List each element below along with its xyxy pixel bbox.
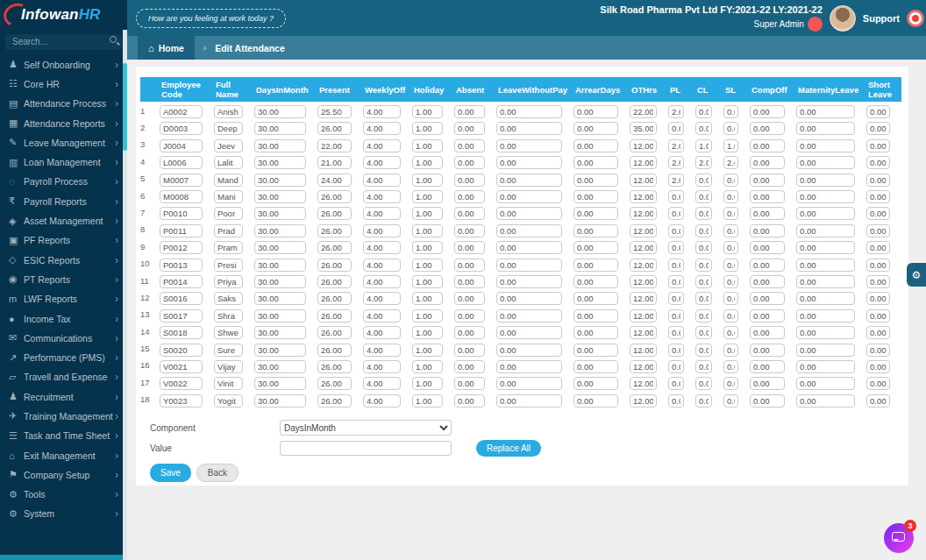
cell-input-comp-off[interactable]: [750, 190, 785, 203]
cell-input-arrear-days[interactable]: [573, 174, 618, 187]
cell-input-weekly-off[interactable]: [363, 326, 401, 339]
cell-input-present[interactable]: [317, 275, 352, 288]
cell-input-arrear-days[interactable]: [573, 292, 618, 305]
cell-input-weekly-off[interactable]: [363, 259, 401, 272]
cell-input-ot-hrs[interactable]: [630, 241, 657, 254]
cell-input-pl[interactable]: [668, 156, 684, 169]
cell-input-holiday[interactable]: [412, 174, 443, 187]
cell-input-arrear-days[interactable]: [573, 241, 618, 254]
cell-input-employee-code[interactable]: [160, 309, 203, 323]
cell-input-full-name[interactable]: [214, 139, 243, 152]
cell-input-days-in-month[interactable]: [254, 122, 306, 135]
cell-input-holiday[interactable]: [412, 122, 443, 135]
cell-input-holiday[interactable]: [412, 259, 443, 272]
sidebar-item-pf-reports[interactable]: ▣PF Reports›: [0, 230, 127, 250]
notification-badge[interactable]: [808, 17, 823, 32]
cell-input-sl[interactable]: [723, 275, 738, 288]
cell-input-holiday[interactable]: [412, 309, 443, 323]
sidebar-item-attendance-process[interactable]: ▤Attendance Process›: [0, 94, 127, 113]
cell-input-short-leave[interactable]: [866, 207, 890, 220]
cell-input-cl[interactable]: [695, 105, 712, 118]
cell-input-leave-without-pay[interactable]: [496, 241, 562, 254]
cell-input-short-leave[interactable]: [866, 241, 890, 254]
cell-input-leave-without-pay[interactable]: [496, 259, 562, 272]
cell-input-weekly-off[interactable]: [363, 309, 401, 323]
cell-input-arrear-days[interactable]: [573, 224, 618, 237]
cell-input-ot-hrs[interactable]: [630, 190, 657, 203]
cell-input-holiday[interactable]: [412, 275, 443, 288]
sidebar-item-communications[interactable]: ✉Communications›: [0, 329, 127, 348]
cell-input-weekly-off[interactable]: [363, 174, 401, 187]
cell-input-pl[interactable]: [668, 105, 684, 118]
cell-input-leave-without-pay[interactable]: [496, 156, 562, 169]
cell-input-present[interactable]: [317, 156, 352, 169]
app-logo[interactable]: InfowanHR: [0, 0, 127, 30]
sidebar-item-attendance-reports[interactable]: ▦Attendance Reports›: [0, 113, 127, 132]
cell-input-employee-code[interactable]: [160, 105, 203, 118]
cell-input-short-leave[interactable]: [866, 292, 890, 305]
cell-input-cl[interactable]: [695, 122, 712, 135]
cell-input-absent[interactable]: [454, 394, 485, 408]
cell-input-arrear-days[interactable]: [573, 394, 618, 408]
cell-input-maternity-leave[interactable]: [796, 190, 855, 203]
cell-input-sl[interactable]: [723, 309, 738, 323]
cell-input-arrear-days[interactable]: [573, 309, 618, 323]
cell-input-leave-without-pay[interactable]: [496, 190, 562, 203]
cell-input-leave-without-pay[interactable]: [496, 275, 562, 288]
cell-input-ot-hrs[interactable]: [630, 360, 657, 373]
cell-input-employee-code[interactable]: [160, 360, 203, 373]
cell-input-maternity-leave[interactable]: [796, 207, 855, 220]
support-icon[interactable]: [907, 10, 924, 27]
cell-input-present[interactable]: [317, 241, 352, 254]
cell-input-present[interactable]: [317, 309, 352, 323]
cell-input-present[interactable]: [317, 344, 352, 357]
sidebar-item-self-onboarding[interactable]: ♟Self Onboarding›: [0, 55, 127, 74]
cell-input-days-in-month[interactable]: [254, 241, 306, 254]
cell-input-maternity-leave[interactable]: [796, 309, 855, 323]
cell-input-holiday[interactable]: [412, 190, 443, 203]
cell-input-maternity-leave[interactable]: [796, 377, 855, 390]
cell-input-sl[interactable]: [723, 394, 738, 408]
sidebar-item-task-and-time-sheet[interactable]: ☰Task and Time Sheet›: [0, 426, 127, 445]
back-button[interactable]: Back: [196, 464, 239, 482]
cell-input-holiday[interactable]: [412, 292, 443, 305]
cell-input-holiday[interactable]: [412, 139, 443, 152]
cell-input-weekly-off[interactable]: [363, 344, 401, 357]
cell-input-absent[interactable]: [454, 122, 485, 135]
cell-input-absent[interactable]: [454, 326, 485, 339]
cell-input-arrear-days[interactable]: [573, 139, 618, 152]
cell-input-comp-off[interactable]: [750, 224, 785, 237]
cell-input-maternity-leave[interactable]: [796, 394, 855, 408]
cell-input-sl[interactable]: [723, 292, 738, 305]
cell-input-holiday[interactable]: [412, 224, 443, 237]
cell-input-cl[interactable]: [695, 275, 712, 288]
cell-input-present[interactable]: [317, 139, 352, 152]
cell-input-ot-hrs[interactable]: [630, 259, 657, 272]
cell-input-ot-hrs[interactable]: [630, 139, 657, 152]
cell-input-full-name[interactable]: [214, 156, 243, 169]
cell-input-absent[interactable]: [454, 156, 485, 169]
cell-input-cl[interactable]: [695, 259, 712, 272]
cell-input-comp-off[interactable]: [750, 156, 785, 169]
cell-input-cl[interactable]: [695, 207, 712, 220]
cell-input-weekly-off[interactable]: [363, 360, 401, 373]
cell-input-full-name[interactable]: [214, 360, 243, 373]
cell-input-days-in-month[interactable]: [254, 309, 306, 323]
cell-input-comp-off[interactable]: [750, 105, 785, 118]
cell-input-cl[interactable]: [695, 326, 712, 339]
cell-input-days-in-month[interactable]: [254, 292, 306, 305]
cell-input-sl[interactable]: [723, 241, 738, 254]
cell-input-maternity-leave[interactable]: [796, 326, 855, 339]
cell-input-maternity-leave[interactable]: [796, 174, 855, 187]
cell-input-maternity-leave[interactable]: [796, 275, 855, 288]
cell-input-comp-off[interactable]: [750, 326, 785, 339]
cell-input-leave-without-pay[interactable]: [496, 377, 562, 390]
save-button[interactable]: Save: [150, 464, 191, 482]
cell-input-sl[interactable]: [723, 156, 738, 169]
cell-input-days-in-month[interactable]: [254, 174, 306, 187]
cell-input-short-leave[interactable]: [866, 139, 890, 152]
cell-input-pl[interactable]: [668, 275, 684, 288]
cell-input-ot-hrs[interactable]: [630, 344, 657, 357]
cell-input-pl[interactable]: [668, 344, 684, 357]
cell-input-ot-hrs[interactable]: [630, 275, 657, 288]
